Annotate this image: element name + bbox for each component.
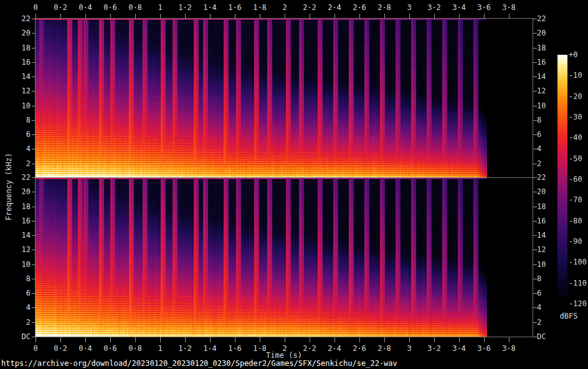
time-tick-label-bottom: 0·4 xyxy=(73,344,98,353)
freq-tick-label-left: DC xyxy=(11,332,31,341)
freq-tick-left xyxy=(32,62,36,63)
time-tick-label-top: 3·8 xyxy=(496,3,521,12)
time-tick-bottom xyxy=(384,337,385,342)
freq-tick-label-right: 22 xyxy=(537,173,562,182)
time-tick-label-bottom: 0·2 xyxy=(48,344,73,353)
freq-tick-label-right: 14 xyxy=(537,72,562,81)
freq-tick-label-right: 10 xyxy=(537,260,562,269)
spectrogram-channel-1-canvas xyxy=(36,19,533,177)
colorbar-tick-label: -110 xyxy=(569,279,588,287)
freq-tick-left xyxy=(32,264,36,265)
freq-tick-label-right: 12 xyxy=(537,86,562,95)
freq-tick-label-left: 2 xyxy=(11,318,31,327)
time-tick-top xyxy=(459,14,460,19)
freq-tick-label-right: DC xyxy=(537,332,562,341)
time-tick-label-bottom: 0·8 xyxy=(123,344,148,353)
time-tick-top xyxy=(185,14,186,19)
freq-tick-label-right: 18 xyxy=(537,44,562,52)
freq-tick-left xyxy=(32,322,36,323)
freq-tick-label-left: 18 xyxy=(11,44,31,52)
colorbar-tick-label: -80 xyxy=(569,217,588,225)
time-tick-label-bottom: 2·8 xyxy=(372,344,397,353)
freq-tick-left xyxy=(32,177,36,178)
freq-tick-left xyxy=(32,293,36,294)
freq-tick-label-right: 8 xyxy=(537,116,562,124)
freq-tick-label-left: 18 xyxy=(11,202,31,211)
time-tick-top xyxy=(85,14,86,19)
time-tick-label-bottom: 2·6 xyxy=(347,344,372,353)
time-tick-label-bottom: 2 xyxy=(272,344,297,353)
time-tick-label-bottom: 1 xyxy=(148,344,173,353)
freq-tick-label-right: 6 xyxy=(537,289,562,297)
freq-tick-label-left: 12 xyxy=(11,245,31,254)
time-tick-label-top: 0·6 xyxy=(98,3,123,12)
time-tick-top xyxy=(210,14,211,19)
time-tick-top xyxy=(384,14,385,19)
time-tick-label-bottom: 3·6 xyxy=(472,344,496,353)
freq-tick-label-right: 4 xyxy=(537,303,562,312)
freq-tick-label-right: 12 xyxy=(537,245,562,254)
time-tick-bottom xyxy=(36,337,36,342)
colorbar-tick-label: -90 xyxy=(569,237,588,246)
freq-tick-left xyxy=(32,337,36,337)
time-tick-bottom xyxy=(434,337,435,342)
time-tick-label-top: 0 xyxy=(23,3,48,12)
freq-tick-left xyxy=(32,91,36,91)
time-tick-bottom xyxy=(135,337,136,342)
freq-tick-left xyxy=(32,221,36,222)
freq-tick-label-left: 4 xyxy=(11,303,31,312)
freq-tick-left xyxy=(32,164,36,164)
freq-tick-left xyxy=(32,33,36,34)
time-tick-label-top: 2·2 xyxy=(297,3,322,12)
freq-tick-left xyxy=(32,106,36,106)
time-tick-top xyxy=(310,14,310,19)
time-tick-top xyxy=(409,14,410,19)
time-tick-label-top: 1·8 xyxy=(247,3,272,12)
time-tick-top xyxy=(359,14,360,19)
time-tick-label-top: 1·4 xyxy=(197,3,222,12)
time-tick-label-bottom: 1·2 xyxy=(173,344,197,353)
time-tick-label-bottom: 2·2 xyxy=(297,344,322,353)
freq-tick-left xyxy=(32,48,36,49)
time-tick-top xyxy=(484,14,485,19)
freq-tick-label-left: 22 xyxy=(11,173,31,182)
time-tick-bottom xyxy=(60,337,61,342)
time-tick-bottom xyxy=(459,337,460,342)
time-tick-bottom xyxy=(210,337,211,342)
time-tick-label-top: 3·2 xyxy=(422,3,447,12)
freq-tick-label-left: 14 xyxy=(11,231,31,240)
time-tick-bottom xyxy=(160,337,161,342)
time-tick-top xyxy=(334,14,335,19)
time-tick-label-bottom: 3·8 xyxy=(496,344,521,353)
time-tick-label-bottom: 0·6 xyxy=(98,344,123,353)
freq-tick-left xyxy=(32,279,36,279)
time-tick-label-bottom: 3 xyxy=(397,344,422,353)
freq-tick-label-left: 6 xyxy=(11,130,31,139)
freq-tick-left xyxy=(32,149,36,149)
time-tick-top xyxy=(135,14,136,19)
freq-tick-label-left: 4 xyxy=(11,144,31,153)
time-tick-label-top: 1 xyxy=(148,3,173,12)
time-tick-label-bottom: 2·4 xyxy=(322,344,347,353)
time-tick-bottom xyxy=(310,337,310,342)
freq-tick-label-right: 16 xyxy=(537,58,562,67)
spectrogram-view: Frequency (kHz) Time (s) dBFS https://ar… xyxy=(0,0,588,369)
time-tick-label-bottom: 1·8 xyxy=(247,344,272,353)
freq-tick-label-left: 22 xyxy=(11,14,31,23)
time-tick-bottom xyxy=(359,337,360,342)
time-tick-label-top: 1·2 xyxy=(173,3,197,12)
time-tick-label-top: 2 xyxy=(272,3,297,12)
time-tick-bottom xyxy=(185,337,186,342)
spectrogram-channel-2-canvas xyxy=(36,178,533,337)
freq-tick-label-right: 2 xyxy=(537,318,562,327)
time-tick-bottom xyxy=(260,337,260,342)
time-tick-bottom xyxy=(509,337,510,342)
freq-tick-label-right: 14 xyxy=(537,231,562,240)
time-tick-bottom xyxy=(409,337,410,342)
time-tick-label-bottom: 0 xyxy=(23,344,48,353)
colorbar-tick-label: -10 xyxy=(569,71,588,80)
time-tick-bottom xyxy=(85,337,86,342)
freq-tick-label-right: 4 xyxy=(537,144,562,153)
freq-tick-left xyxy=(32,307,36,308)
time-tick-bottom xyxy=(285,337,285,342)
